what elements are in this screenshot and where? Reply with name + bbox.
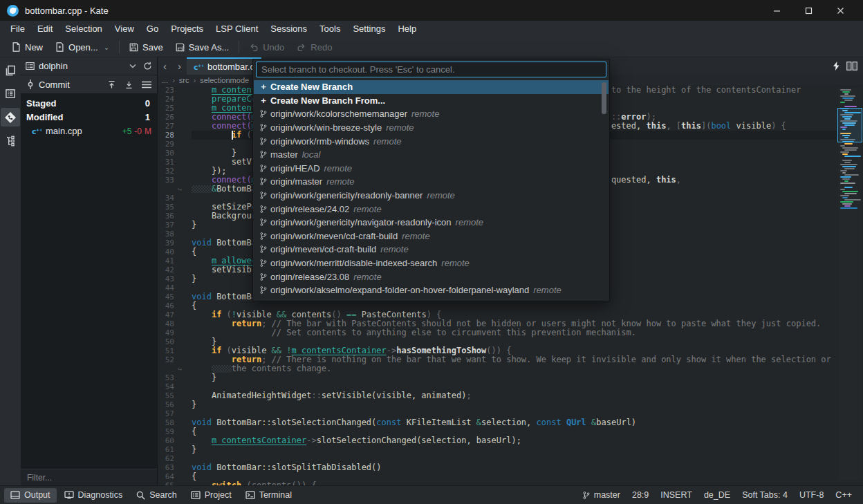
status-input-mode[interactable]: INSERT [660, 490, 692, 500]
project-name: dolphin [39, 61, 68, 71]
menu-lsp-client[interactable]: LSP Client [210, 21, 264, 37]
status-tab-width[interactable]: Soft Tabs: 4 [742, 490, 788, 500]
menu-go[interactable]: Go [140, 21, 165, 37]
menu-file[interactable]: File [4, 21, 31, 37]
minimize-button[interactable] [761, 0, 792, 21]
chevron-down-icon[interactable] [129, 64, 136, 68]
menu-help[interactable]: Help [391, 21, 423, 37]
dock-item-git[interactable] [1, 108, 20, 127]
filter-input[interactable] [21, 473, 157, 483]
branch-item[interactable] [254, 297, 609, 301]
diagnostics-icon [64, 491, 74, 499]
branch-item[interactable]: origin/work/meven/cd-craft-buildremote [254, 230, 609, 243]
gutter-line-number: 36 [158, 212, 192, 221]
status-language[interactable]: C++ [835, 490, 852, 500]
branch-item[interactable]: origin/HEADremote [254, 162, 609, 176]
create-branch-item[interactable]: +Create New Branch From... [254, 94, 609, 108]
gutter-line-number: 55 [158, 391, 192, 400]
breadcrumb-item[interactable]: selectionmode [200, 76, 249, 84]
branch-scope-tag: remote [324, 163, 352, 174]
menu-selection[interactable]: Selection [59, 21, 108, 37]
commit-button[interactable]: Commit [39, 80, 70, 90]
close-button[interactable] [824, 0, 856, 21]
minimap-scrollbar[interactable] [839, 88, 861, 480]
redo-button[interactable]: Redo [290, 38, 338, 56]
status-branch[interactable]: master [582, 490, 620, 500]
gutter-line-number: 43 [158, 274, 192, 283]
git-menu-icon[interactable] [142, 81, 151, 88]
toolbar: NewOpen...⌄SaveSave As...UndoRedo [0, 37, 863, 57]
branch-item[interactable]: origin/work/akselmo/expand-folder-on-hov… [254, 283, 609, 297]
git-status-list: Staged 0 Modified 1 c++ main.cpp +5 -0 M [21, 93, 157, 469]
branch-item[interactable]: origin/work/genericity/navigator-readonl… [254, 216, 609, 230]
menu-settings[interactable]: Settings [346, 21, 391, 37]
gutter-line-number: 24 [158, 95, 192, 104]
branch-item[interactable]: origin/release/23.08remote [254, 270, 609, 283]
dock-item-documents[interactable] [1, 61, 20, 80]
status-encoding[interactable]: UTF-8 [799, 490, 824, 500]
code-line-55: AnimatedHeightWidget::setVisible(visible… [192, 391, 863, 400]
open--button[interactable]: Open...⌄ [49, 38, 115, 56]
undo-button[interactable]: Undo [243, 38, 290, 56]
modified-section[interactable]: Modified 1 [21, 110, 157, 124]
branch-item[interactable]: origin/meven/cd-craft-buildremote [254, 243, 609, 256]
branch-item[interactable]: masterlocal [254, 148, 609, 162]
code-line-56: } [192, 400, 863, 409]
gutter-line-number: 42 [158, 265, 192, 274]
git-branch-icon [259, 286, 268, 295]
breadcrumb-item[interactable]: ... [162, 76, 168, 84]
save-as--button[interactable]: Save As... [169, 38, 236, 56]
gutter-line-number: 49 [158, 328, 192, 337]
modified-file-row[interactable]: c++ main.cpp +5 -0 M [21, 124, 157, 138]
staged-count: 0 [145, 98, 157, 109]
svg-text:++: ++ [36, 127, 41, 132]
panel-tab-diagnostics[interactable]: Diagnostics [58, 488, 129, 503]
branch-item[interactable]: origin/work/merritt/disable-indexed-sear… [254, 256, 609, 270]
tab-bottombar-cpp[interactable]: c++ bottombar.cpp [187, 57, 261, 75]
forward-icon[interactable]: › [172, 57, 187, 75]
toolbar-separator [239, 41, 239, 53]
pull-icon[interactable] [124, 80, 133, 89]
branch-item[interactable]: origin/masterremote [254, 175, 609, 189]
branch-item[interactable]: origin/work/genericity/readonly-bannerre… [254, 189, 609, 203]
project-selector[interactable]: dolphin [21, 57, 157, 75]
dock-item-symbols[interactable] [1, 84, 20, 103]
git-branch-icon [259, 232, 268, 241]
status-bar: OutputDiagnosticsSearchProjectTerminal m… [0, 485, 863, 504]
panel-tab-output[interactable]: Output [4, 488, 57, 503]
status-cursor-position[interactable]: 28:9 [632, 490, 649, 500]
refresh-icon[interactable] [143, 62, 152, 71]
create-branch-item[interactable]: +Create New Branch [254, 80, 609, 94]
popup-scrollbar-thumb[interactable] [602, 82, 606, 114]
push-icon[interactable] [107, 80, 116, 89]
menu-sessions[interactable]: Sessions [264, 21, 313, 37]
dock-item-filesystem[interactable] [1, 131, 20, 150]
branch-scope-tag: remote [456, 217, 483, 227]
staged-section[interactable]: Staged 0 [21, 96, 157, 110]
quick-open-icon[interactable] [833, 62, 839, 71]
menu-projects[interactable]: Projects [165, 21, 210, 37]
gutter-line-number: 58 [158, 418, 192, 427]
branch-item[interactable]: origin/release/24.02remote [254, 202, 609, 216]
menu-tools[interactable]: Tools [313, 21, 346, 37]
kate-app-icon [7, 5, 19, 17]
panel-tab-search[interactable]: Search [130, 488, 183, 503]
maximize-button[interactable] [792, 0, 824, 21]
branch-item[interactable]: origin/work/win-breeze-styleremote [254, 121, 609, 135]
status-keyboard-layout[interactable]: de_DE [704, 490, 730, 500]
split-view-icon[interactable] [846, 62, 857, 71]
save-button[interactable]: Save [123, 38, 169, 56]
menu-view[interactable]: View [109, 21, 140, 37]
panel-tab-project[interactable]: Project [185, 488, 238, 503]
menu-edit[interactable]: Edit [31, 21, 59, 37]
breadcrumb-item[interactable]: src [179, 76, 189, 84]
cpp-file-icon: c++ [32, 127, 41, 136]
branch-item[interactable]: origin/work/kcolorschememanagerremote [254, 107, 609, 121]
panel-tab-terminal[interactable]: Terminal [239, 488, 298, 503]
new-button[interactable]: New [6, 38, 49, 56]
minimap-viewport[interactable] [837, 108, 862, 142]
plus-icon: + [259, 82, 268, 92]
branch-search-input[interactable] [256, 62, 606, 77]
back-icon[interactable]: ‹ [158, 57, 172, 75]
branch-item[interactable]: origin/work/rmb-windowsremote [254, 134, 609, 148]
